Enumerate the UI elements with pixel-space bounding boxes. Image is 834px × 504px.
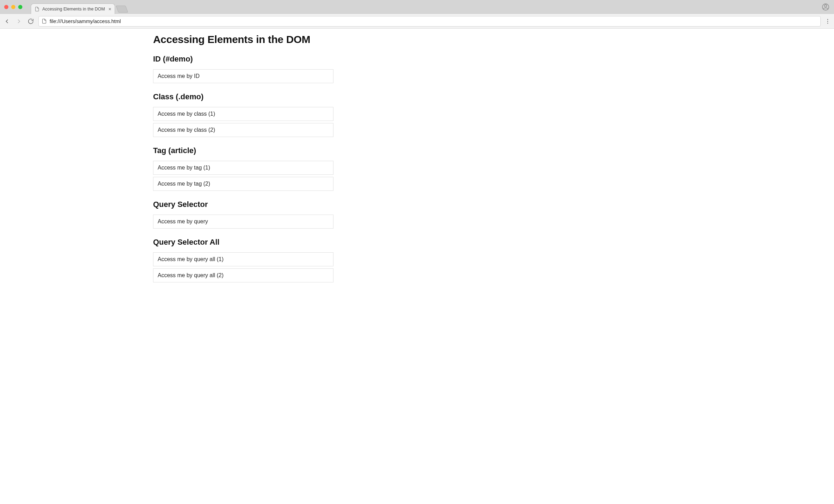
close-window-button[interactable] bbox=[4, 5, 8, 9]
back-button[interactable] bbox=[3, 17, 11, 26]
page-title: Accessing Elements in the DOM bbox=[153, 34, 335, 45]
demo-box: Access me by query all (1) bbox=[153, 252, 333, 266]
more-menu-button[interactable] bbox=[824, 18, 831, 24]
close-tab-button[interactable]: × bbox=[108, 7, 111, 12]
file-scheme-icon bbox=[42, 19, 47, 24]
window-controls bbox=[4, 5, 22, 9]
section-heading: Class (.demo) bbox=[153, 92, 335, 101]
section-heading: Query Selector bbox=[153, 200, 335, 209]
tab-strip: Accessing Elements in the DOM × bbox=[0, 0, 834, 14]
svg-point-0 bbox=[825, 5, 827, 7]
page-content: Accessing Elements in the DOM ID (#demo)… bbox=[153, 29, 335, 282]
svg-point-2 bbox=[827, 19, 828, 20]
demo-box: Access me by query all (2) bbox=[153, 268, 333, 282]
section-heading: Query Selector All bbox=[153, 238, 335, 247]
demo-box: Access me by class (2) bbox=[153, 123, 333, 137]
demo-box: Access me by ID bbox=[153, 69, 333, 83]
url-text: file:///Users/sammy/access.html bbox=[50, 19, 818, 24]
section-heading: Tag (article) bbox=[153, 146, 335, 155]
demo-box: Access me by query bbox=[153, 215, 333, 229]
forward-button[interactable] bbox=[15, 17, 23, 26]
minimize-window-button[interactable] bbox=[11, 5, 15, 9]
demo-box: Access me by class (1) bbox=[153, 107, 333, 121]
tab-title: Accessing Elements in the DOM bbox=[42, 7, 105, 12]
section-heading: ID (#demo) bbox=[153, 55, 335, 64]
fullscreen-window-button[interactable] bbox=[18, 5, 22, 9]
svg-point-4 bbox=[827, 23, 828, 23]
browser-chrome: Accessing Elements in the DOM × bbox=[0, 0, 834, 29]
demo-box: Access me by tag (1) bbox=[153, 161, 333, 175]
browser-toolbar: file:///Users/sammy/access.html bbox=[0, 14, 834, 29]
reload-button[interactable] bbox=[27, 17, 35, 26]
demo-box: Access me by tag (2) bbox=[153, 177, 333, 191]
profile-icon[interactable] bbox=[822, 3, 829, 10]
address-bar[interactable]: file:///Users/sammy/access.html bbox=[38, 16, 821, 27]
svg-point-3 bbox=[827, 21, 828, 21]
browser-tab[interactable]: Accessing Elements in the DOM × bbox=[31, 3, 115, 14]
file-icon bbox=[35, 7, 39, 12]
new-tab-button[interactable] bbox=[116, 6, 128, 13]
